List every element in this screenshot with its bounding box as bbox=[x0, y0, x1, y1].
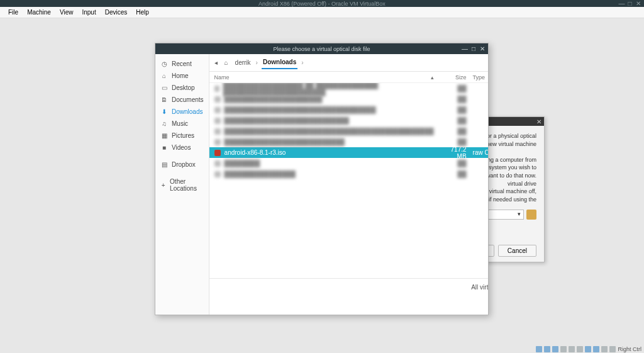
menu-help[interactable]: Help bbox=[131, 9, 153, 16]
list-item[interactable]: ████████████████████████████████████████… bbox=[209, 126, 488, 137]
bg-close-button[interactable]: ✕ bbox=[536, 118, 541, 125]
download-icon: ⬇ bbox=[160, 108, 168, 115]
status-icon bbox=[536, 346, 542, 352]
main-window-title: Android X86 (Powered Off) - Oracle VM Vi… bbox=[258, 1, 386, 7]
picture-icon: ▦ bbox=[160, 132, 168, 139]
header-size[interactable]: Size bbox=[440, 74, 467, 81]
music-icon: ♫ bbox=[160, 120, 168, 127]
menu-file[interactable]: File bbox=[4, 9, 23, 16]
filter-label[interactable]: All virtual optical disk files bbox=[471, 284, 488, 291]
folder-icon[interactable] bbox=[526, 210, 536, 220]
sidebar-item-recent[interactable]: ◷Recent bbox=[155, 58, 209, 70]
main-window-titlebar: Android X86 (Powered Off) - Oracle VM Vi… bbox=[0, 0, 644, 7]
sidebar-item-desktop[interactable]: ▭Desktop bbox=[155, 82, 209, 94]
sidebar-item-documents[interactable]: 🗎Documents bbox=[155, 94, 209, 106]
status-icon bbox=[560, 346, 567, 352]
file-dialog-sidebar: ◷Recent ⌂Home ▭Desktop 🗎Documents ⬇Downl… bbox=[155, 54, 209, 315]
list-item[interactable]: ████████████████████ bbox=[209, 169, 488, 179]
file-chooser-dialog: Please choose a virtual optical disk fil… bbox=[155, 43, 489, 315]
host-key-label: Right Ctrl bbox=[618, 346, 641, 352]
file-list: ██████████████████ ██ ██████████████ ███… bbox=[209, 83, 488, 278]
sidebar-item-music[interactable]: ♫Music bbox=[155, 118, 209, 130]
header-type[interactable]: Type bbox=[473, 74, 488, 81]
menu-view[interactable]: View bbox=[55, 9, 78, 16]
list-item[interactable]: ███████████████████████████████ bbox=[209, 137, 488, 147]
breadcrumb-back[interactable]: ◂ bbox=[214, 59, 218, 66]
status-icon bbox=[569, 346, 575, 352]
sort-indicator-icon: ▴ bbox=[431, 74, 434, 81]
menu-devices[interactable]: Devices bbox=[101, 9, 132, 16]
fd-minimize-button[interactable]: — bbox=[462, 45, 468, 52]
breadcrumb-current[interactable]: Downloads bbox=[262, 56, 297, 69]
menu-input[interactable]: Input bbox=[77, 9, 100, 16]
plus-icon: + bbox=[160, 182, 166, 189]
list-item[interactable]: ████████████ bbox=[209, 158, 488, 169]
sidebar-item-other[interactable]: +Other Locations bbox=[155, 176, 209, 194]
video-icon: ■ bbox=[160, 144, 168, 151]
status-icon bbox=[585, 346, 591, 352]
file-name: android-x86-8.1-r3.iso bbox=[225, 149, 286, 156]
file-list-header: Name ▴ Size Type Modified bbox=[209, 72, 488, 83]
list-item[interactable]: ████████████████████████████████ bbox=[209, 115, 488, 126]
header-name[interactable]: Name bbox=[214, 74, 425, 81]
bg-cancel-button[interactable]: Cancel bbox=[498, 245, 536, 257]
clock-icon: ◷ bbox=[160, 60, 168, 67]
status-icon bbox=[609, 346, 616, 352]
fd-maximize-button[interactable]: □ bbox=[470, 45, 477, 52]
menu-machine[interactable]: Machine bbox=[23, 9, 55, 16]
sidebar-item-home[interactable]: ⌂Home bbox=[155, 70, 209, 82]
main-menubar: File Machine View Input Devices Help bbox=[0, 7, 644, 18]
status-icon bbox=[552, 346, 558, 352]
dropbox-icon: ▤ bbox=[160, 161, 168, 168]
main-close-button[interactable]: ✕ bbox=[635, 0, 641, 7]
list-item-selected[interactable]: android-x86-8.1-r3.iso 717.2 MB raw CD i… bbox=[209, 147, 488, 158]
chevron-right-icon: › bbox=[256, 59, 258, 66]
breadcrumb-user[interactable]: derrik bbox=[234, 57, 252, 69]
fd-close-button[interactable]: ✕ bbox=[479, 45, 486, 52]
chevron-right-icon: › bbox=[301, 59, 303, 66]
breadcrumb: ◂ ⌂ derrik › Downloads › bbox=[209, 54, 488, 72]
status-icon bbox=[577, 346, 583, 352]
sidebar-item-pictures[interactable]: ▦Pictures bbox=[155, 130, 209, 142]
iso-icon bbox=[214, 150, 221, 156]
file-type: raw CD image bbox=[473, 149, 488, 156]
list-item[interactable]: ██████████████████ ██ ██████████████ ███… bbox=[209, 83, 488, 94]
status-icon bbox=[593, 346, 599, 352]
main-minimize-button[interactable]: — bbox=[618, 0, 625, 7]
sidebar-item-downloads[interactable]: ⬇Downloads bbox=[155, 106, 209, 118]
sidebar-item-dropbox[interactable]: ▤Dropbox bbox=[155, 159, 209, 171]
file-dialog-title: Please choose a virtual optical disk fil… bbox=[273, 46, 370, 52]
main-maximize-button[interactable]: □ bbox=[626, 0, 633, 7]
document-icon: 🗎 bbox=[160, 96, 168, 103]
home-icon: ⌂ bbox=[160, 72, 168, 79]
statusbar: Right Ctrl bbox=[536, 345, 644, 353]
list-item[interactable]: ██████████████████████████████████████ bbox=[209, 104, 488, 115]
sidebar-item-videos[interactable]: ■Videos bbox=[155, 142, 209, 154]
home-icon: ⌂ bbox=[223, 59, 230, 66]
list-item[interactable]: ██████████████████████████ bbox=[209, 94, 488, 104]
status-icon bbox=[544, 346, 550, 352]
desktop-icon: ▭ bbox=[160, 84, 168, 91]
status-icon bbox=[601, 346, 608, 352]
